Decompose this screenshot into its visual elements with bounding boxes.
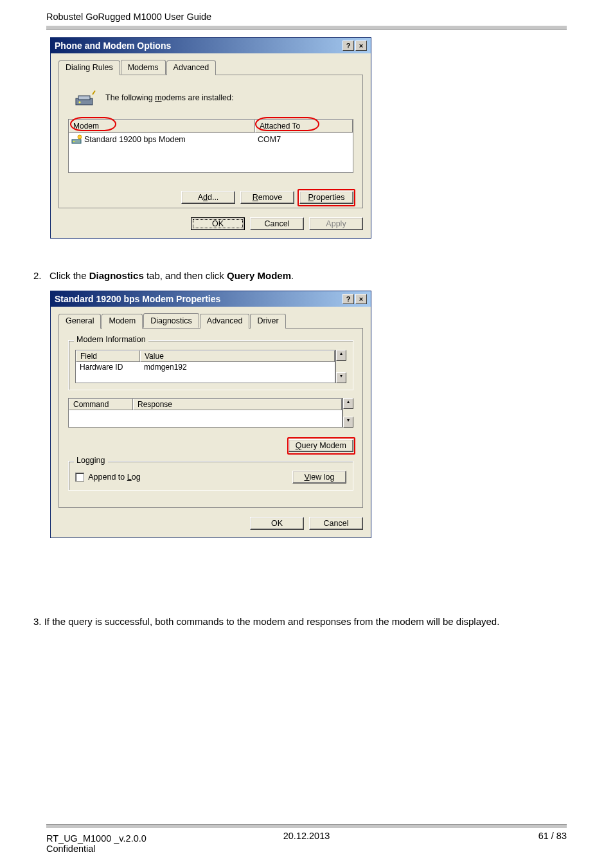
tab-advanced[interactable]: Advanced <box>166 60 217 75</box>
close-button[interactable]: × <box>355 41 367 51</box>
tab-driver[interactable]: Driver <box>250 314 285 329</box>
modems-panel: The following modems are installed: Mode… <box>58 75 363 208</box>
svg-point-2 <box>79 102 81 104</box>
page-header: Robustel GoRugged M1000 User Guide <box>46 12 211 22</box>
scroll-down-icon[interactable]: ▾ <box>336 372 346 383</box>
append-to-log-label[interactable]: Append to Log <box>75 473 141 482</box>
titlebar: Phone and Modem Options ? × <box>51 38 371 53</box>
modem-row-name: Standard 19200 bps Modem <box>84 135 186 144</box>
modem-information-group: Modem Information Field Value Hardware I… <box>68 340 353 390</box>
footer-center: 20.12.2013 <box>0 831 613 841</box>
remove-button[interactable]: Remove <box>240 191 294 204</box>
properties-button[interactable]: Properties <box>299 191 353 204</box>
help-button[interactable]: ? <box>342 41 354 51</box>
scroll-up-icon2[interactable]: ▴ <box>343 398 353 409</box>
tab-dialing-rules[interactable]: Dialing Rules <box>58 60 120 75</box>
modems-intro: The following modems are installed: <box>105 93 233 102</box>
ok-button[interactable]: OK <box>191 217 245 230</box>
info-value: mdmgen192 <box>140 362 335 372</box>
col-field[interactable]: Field <box>76 350 140 362</box>
modem-icon <box>75 87 96 109</box>
info-scrollbar[interactable]: ▴ ▾ <box>335 350 346 383</box>
footer-right: 61 / 83 <box>538 831 567 841</box>
add-button[interactable]: Add... <box>181 191 235 204</box>
header-rule <box>46 26 567 30</box>
modem-list[interactable]: Modem Attached To Standa <box>68 119 353 173</box>
col-command[interactable]: Command <box>69 399 133 410</box>
tab-row: Dialing Rules Modems Advanced <box>58 60 363 75</box>
cmd-scrollbar[interactable]: ▴ ▾ <box>342 398 353 428</box>
cancel-button2[interactable]: Cancel <box>309 517 363 530</box>
tab-advanced2[interactable]: Advanced <box>200 314 250 329</box>
logging-group: Logging Append to Log View log <box>68 461 353 491</box>
modem-list-row[interactable]: Standard 19200 bps Modem COM7 <box>69 133 353 146</box>
query-modem-button[interactable]: Query Modem <box>289 439 353 452</box>
append-checkbox[interactable] <box>75 473 84 482</box>
step-2-text: 2. Click the Diagnostics tab, and then c… <box>33 270 294 281</box>
info-field: Hardware ID <box>76 362 140 372</box>
modem-row-icon <box>71 134 82 145</box>
view-log-button[interactable]: View log <box>292 471 346 484</box>
tab-row2: General Modem Diagnostics Advanced Drive… <box>58 313 363 329</box>
svg-point-5 <box>78 135 82 139</box>
apply-button[interactable]: Apply <box>309 217 363 230</box>
modem-info-legend: Modem Information <box>74 335 148 344</box>
ok-button2[interactable]: OK <box>250 517 304 530</box>
tab-modem[interactable]: Modem <box>102 314 143 329</box>
cancel-button[interactable]: Cancel <box>250 217 304 230</box>
svg-point-4 <box>73 141 75 142</box>
col-response[interactable]: Response <box>133 399 342 410</box>
tab-modems[interactable]: Modems <box>121 60 166 75</box>
col-value[interactable]: Value <box>140 350 335 362</box>
titlebar2: Standard 19200 bps Modem Properties ? × <box>51 291 371 307</box>
logging-legend: Logging <box>74 456 108 465</box>
tab-general[interactable]: General <box>58 314 101 329</box>
footer-rule <box>46 824 567 828</box>
modem-info-list: Field Value Hardware ID mdmgen192 <box>75 350 335 383</box>
modem-row-port: COM7 <box>258 135 350 144</box>
close-button2[interactable]: × <box>355 294 367 304</box>
scroll-down-icon2[interactable]: ▾ <box>343 417 353 428</box>
modem-properties-dialog: Standard 19200 bps Modem Properties ? × … <box>50 291 371 538</box>
phone-modem-options-dialog: Phone and Modem Options ? × Dialing Rule… <box>50 37 371 239</box>
diagnostics-panel: Modem Information Field Value Hardware I… <box>58 329 363 508</box>
dialog-title: Phone and Modem Options <box>55 41 341 51</box>
command-response-list: Command Response <box>68 398 342 428</box>
scroll-up-icon[interactable]: ▴ <box>336 350 346 361</box>
help-button2[interactable]: ? <box>342 294 354 304</box>
step-3-text: 3. If the query is successful, both comm… <box>33 616 499 627</box>
col-modem[interactable]: Modem <box>69 120 255 132</box>
col-attached-to[interactable]: Attached To <box>255 120 353 132</box>
dialog2-title: Standard 19200 bps Modem Properties <box>55 294 341 304</box>
svg-rect-1 <box>78 96 90 100</box>
tab-diagnostics[interactable]: Diagnostics <box>143 313 199 328</box>
